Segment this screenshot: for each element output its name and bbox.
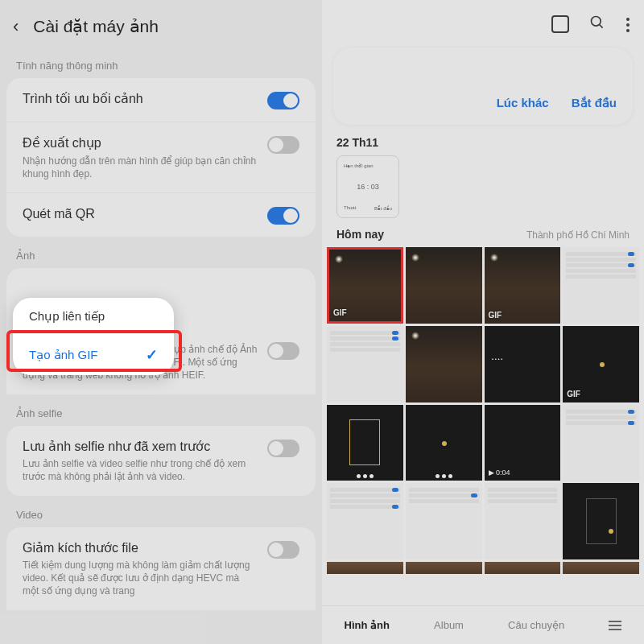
thumb-gif-1[interactable]: GIF xyxy=(327,247,403,324)
popup-burst-label: Chụp liên tiếp xyxy=(29,309,105,324)
card-later-button[interactable]: Lúc khác xyxy=(497,96,549,110)
thumb-screenshot-15[interactable] xyxy=(485,483,561,559)
row-qr[interactable]: Quét mã QR xyxy=(6,193,316,237)
toggle-video-size[interactable] xyxy=(267,541,299,559)
toggle-selfie[interactable] xyxy=(267,440,299,457)
video-size-label: Giảm kích thước file xyxy=(23,539,258,557)
toggle-scene-optimizer[interactable] xyxy=(267,92,299,109)
thumb-screenshot-4[interactable] xyxy=(563,247,639,324)
thumb-video-11[interactable]: ▶ 0:04 xyxy=(485,405,561,481)
thumb-timer-screenshot[interactable]: Hẹn thời gian 16 : 03 ThoátBắt đầu xyxy=(336,155,399,218)
popup-item-gif[interactable]: Tạo ảnh GIF ✓ xyxy=(13,335,174,375)
qr-label: Quét mã QR xyxy=(23,205,258,223)
thumb-photo-2[interactable] xyxy=(406,247,482,324)
multi-select-icon[interactable] xyxy=(554,18,568,32)
selfie-desc: Lưu ảnh selfie và video selfie như trong… xyxy=(23,457,258,483)
thumb-partial[interactable] xyxy=(406,562,482,574)
thumb-dark-10[interactable] xyxy=(406,405,482,481)
thumb-dark-16[interactable] xyxy=(563,483,639,559)
section-selfie: Ảnh selfie xyxy=(0,404,322,426)
tab-stories[interactable]: Câu chuyện xyxy=(508,619,564,631)
shot-suggest-desc: Nhận hướng dẫn trên màn hình để giúp bạn… xyxy=(23,155,258,180)
search-icon[interactable] xyxy=(589,14,605,35)
tab-albums[interactable]: Album xyxy=(434,619,464,631)
gif-badge: GIF xyxy=(489,311,502,320)
svg-point-0 xyxy=(592,17,601,27)
thumb-photo-6[interactable] xyxy=(406,326,482,402)
gif-badge: GIF xyxy=(333,308,347,317)
video-duration: 0:04 xyxy=(496,469,510,477)
thumb-screenshot-14[interactable] xyxy=(406,483,482,559)
thumb-partial[interactable] xyxy=(485,562,561,574)
video-size-desc: Tiết kiệm dung lượng mà không làm giảm c… xyxy=(23,559,258,598)
thumb-dark-9[interactable] xyxy=(327,405,403,481)
thumb-timer-top: Hẹn thời gian xyxy=(344,163,392,168)
selfie-label: Lưu ảnh selfie như đã xem trước xyxy=(23,438,258,456)
thumb-gif-8[interactable]: GIF xyxy=(563,326,639,402)
section-smart: Tính năng thông minh xyxy=(0,56,322,78)
toggle-shot-suggest[interactable] xyxy=(267,136,299,154)
grid-partial-row xyxy=(322,559,644,574)
date-group-today: Hôm nay xyxy=(336,228,384,241)
popup-gif-label: Tạo ảnh GIF xyxy=(29,348,98,362)
gif-badge: GIF xyxy=(567,390,580,398)
page-title: Cài đặt máy ảnh xyxy=(33,17,159,36)
thumb-partial[interactable] xyxy=(563,562,639,574)
menu-icon[interactable] xyxy=(609,621,621,630)
shutter-hold-popup: Chụp liên tiếp Tạo ảnh GIF ✓ xyxy=(13,298,174,375)
thumb-screenshot-5[interactable] xyxy=(327,326,403,402)
section-video: Video xyxy=(0,506,322,527)
svg-line-1 xyxy=(600,25,603,28)
date-group-1: 22 Th11 xyxy=(336,136,378,149)
back-icon[interactable]: ‹ xyxy=(13,16,19,37)
thumb-screenshot-13[interactable] xyxy=(327,483,403,559)
row-selfie[interactable]: Lưu ảnh selfie như đã xem trước Lưu ảnh … xyxy=(6,426,316,496)
toggle-heif[interactable] xyxy=(267,342,299,360)
more-icon[interactable] xyxy=(626,18,630,32)
toggle-qr[interactable] xyxy=(267,207,299,225)
scene-optimizer-label: Trình tối ưu bối cảnh xyxy=(23,90,258,108)
thumb-screenshot-12[interactable] xyxy=(563,405,639,481)
row-scene-optimizer[interactable]: Trình tối ưu bối cảnh xyxy=(6,78,316,122)
row-shot-suggestion[interactable]: Đề xuất chụp Nhận hướng dẫn trên màn hìn… xyxy=(6,122,316,192)
suggestion-card: Lúc khác Bắt đầu xyxy=(333,47,633,125)
location-label: Thành phố Hồ Chí Minh xyxy=(526,229,630,241)
check-icon: ✓ xyxy=(146,346,158,364)
bottom-tabbar: Hình ảnh Album Câu chuyện xyxy=(322,605,644,644)
popup-item-burst[interactable]: Chụp liên tiếp xyxy=(13,298,174,335)
photo-grid: GIF GIF • • • • GIF ▶ 0:04 xyxy=(322,247,644,559)
card-start-button[interactable]: Bắt đầu xyxy=(572,96,617,110)
tab-photos[interactable]: Hình ảnh xyxy=(345,619,390,631)
thumb-gif-3[interactable]: GIF xyxy=(485,247,561,324)
thumb-timer-mid: 16 : 03 xyxy=(344,183,392,191)
shot-suggest-label: Đề xuất chụp xyxy=(23,134,258,152)
thumb-dark-7[interactable]: • • • • xyxy=(485,326,561,402)
thumb-partial[interactable] xyxy=(327,562,403,574)
row-video-size[interactable]: Giảm kích thước file Tiết kiệm dung lượn… xyxy=(6,527,316,610)
section-photo: Ảnh xyxy=(0,246,322,268)
